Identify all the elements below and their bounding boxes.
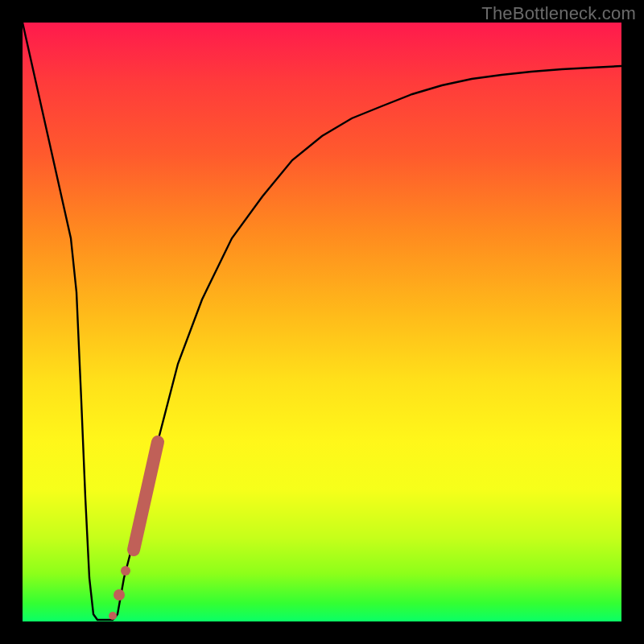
- marker-dot-1: [121, 566, 130, 576]
- plot-area: [23, 23, 621, 621]
- marker-group: [109, 442, 158, 620]
- outer-frame: TheBottleneck.com: [0, 0, 644, 644]
- marker-thick-segment: [134, 442, 158, 550]
- bottleneck-curve: [23, 23, 621, 620]
- curve-svg: [23, 23, 621, 621]
- marker-dot-3: [109, 612, 117, 620]
- curve-path-group: [23, 23, 621, 620]
- marker-dot-2: [114, 589, 125, 601]
- watermark-text: TheBottleneck.com: [481, 3, 636, 24]
